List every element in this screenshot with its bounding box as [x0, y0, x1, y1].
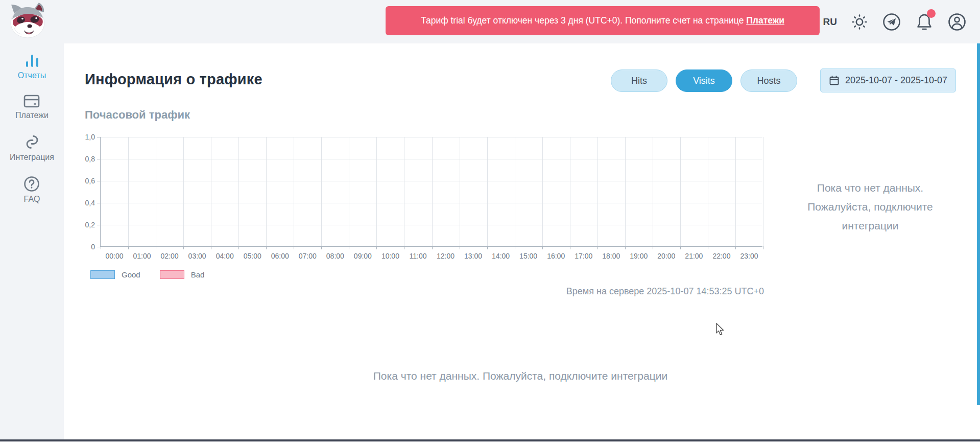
gridline-vertical: [128, 137, 129, 246]
y-axis-tick: [97, 181, 100, 181]
x-axis-label: 13:00: [459, 252, 488, 260]
x-axis-label: 05:00: [238, 252, 267, 260]
vertical-scrollbar[interactable]: [977, 43, 980, 405]
calendar-icon: [829, 75, 840, 86]
x-axis-tick: [735, 246, 736, 249]
gridline-horizontal: [101, 137, 762, 137]
tab-visits[interactable]: Visits: [676, 69, 732, 92]
no-data-side-message: Пока что нет данных.Пожалуйста, подключи…: [775, 178, 965, 235]
hourly-traffic-chart: 1,00,80,60,40,2000:0001:0002:0003:0004:0…: [100, 137, 762, 247]
y-axis-label: 0,6: [73, 177, 95, 185]
gridline-vertical: [266, 137, 267, 246]
x-axis-label: 01:00: [128, 252, 156, 260]
x-axis-label: 11:00: [403, 252, 432, 260]
notification-dot: [927, 9, 936, 18]
theme-sun-icon[interactable]: [851, 13, 868, 31]
y-axis-label: 0: [73, 243, 95, 251]
gridline-vertical: [238, 137, 239, 246]
gridline-vertical: [680, 137, 681, 246]
x-axis-tick: [487, 246, 488, 249]
x-axis-label: 16:00: [542, 252, 570, 260]
gridline-vertical: [349, 137, 349, 246]
x-axis-tick: [460, 246, 460, 249]
x-axis-tick: [321, 246, 322, 249]
tab-hosts[interactable]: Hosts: [740, 69, 797, 92]
mouse-cursor: [716, 323, 725, 338]
legend-swatch: [160, 270, 184, 279]
x-axis-tick: [432, 246, 433, 249]
raccoon-logo[interactable]: [7, 2, 49, 41]
traffic-type-tabs: HitsVisitsHosts: [611, 69, 797, 92]
sidebar-item-payments[interactable]: Платежи: [15, 94, 49, 120]
sidebar-item-label: Интеграция: [10, 153, 54, 162]
gridline-vertical: [321, 137, 322, 246]
sidebar-item-faq[interactable]: FAQ: [23, 176, 40, 204]
x-axis-tick: [763, 246, 763, 249]
legend-swatch: [90, 270, 115, 279]
x-axis-tick: [515, 246, 515, 249]
legend-label: Bad: [191, 270, 205, 279]
bar-chart-icon: [25, 53, 40, 68]
gridline-horizontal: [101, 159, 762, 159]
x-axis-tick: [708, 246, 708, 249]
x-axis-tick: [238, 246, 239, 249]
payments-link[interactable]: Платежи: [746, 15, 784, 26]
user-profile-icon[interactable]: [947, 12, 967, 32]
page-title: Информация о трафике: [85, 71, 262, 88]
server-time: Время на сервере 2025-10-07 14:53:25 UTC…: [100, 286, 764, 297]
y-axis-tick: [97, 137, 100, 137]
sidebar-item-reports[interactable]: Отчеты: [18, 53, 46, 80]
trial-banner: Тариф trial будет отключен через 3 дня (…: [386, 6, 820, 35]
x-axis-label: 06:00: [266, 252, 294, 260]
tab-hits[interactable]: Hits: [611, 69, 667, 92]
x-axis-label: 17:00: [569, 252, 598, 260]
gridline-vertical: [376, 137, 377, 246]
x-axis-label: 10:00: [376, 252, 404, 260]
no-data-side-line: Пожалуйста, подключите: [775, 197, 965, 216]
x-axis-tick: [653, 246, 653, 249]
x-axis-tick: [101, 246, 101, 249]
gridline-vertical: [156, 137, 156, 246]
no-data-bottom-message: Пока что нет данных. Пожалуйста, подключ…: [64, 370, 977, 382]
gridline-vertical: [211, 137, 211, 246]
no-data-side-line: интеграции: [775, 216, 965, 235]
x-axis-tick: [570, 246, 570, 249]
gridline-horizontal: [101, 181, 762, 181]
date-range-picker[interactable]: 2025-10-07 - 2025-10-07: [820, 68, 956, 92]
horizontal-scrollbar-track[interactable]: [0, 439, 980, 441]
y-axis-tick: [97, 247, 100, 247]
sidebar-item-integration[interactable]: Интеграция: [10, 134, 54, 162]
gridline-vertical: [487, 137, 488, 246]
x-axis-label: 22:00: [707, 252, 736, 260]
gridline-vertical: [542, 137, 543, 246]
x-axis-label: 23:00: [735, 252, 763, 260]
gridline-vertical: [183, 137, 184, 246]
link-icon: [24, 134, 40, 150]
y-axis-tick: [97, 225, 100, 225]
header-actions: RU: [823, 0, 967, 43]
gridline-vertical: [294, 137, 294, 246]
x-axis-tick: [294, 246, 294, 249]
bell-icon[interactable]: [915, 12, 934, 32]
x-axis-label: 18:00: [597, 252, 626, 260]
gridline-horizontal: [101, 203, 762, 203]
legend-item-good: Good: [90, 270, 140, 279]
sidebar-item-label: FAQ: [23, 195, 40, 204]
x-axis-label: 20:00: [652, 252, 681, 260]
x-axis-label: 21:00: [680, 252, 708, 260]
x-axis-label: 15:00: [514, 252, 543, 260]
x-axis-tick: [183, 246, 184, 249]
x-axis-tick: [266, 246, 267, 249]
x-axis-label: 04:00: [210, 252, 239, 260]
y-axis-tick: [97, 159, 100, 159]
gridline-vertical: [515, 137, 515, 246]
language-switcher[interactable]: RU: [823, 16, 837, 28]
x-axis-tick: [625, 246, 626, 249]
x-axis-tick: [542, 246, 543, 249]
y-axis-label: 0,4: [73, 199, 95, 207]
x-axis-tick: [680, 246, 681, 249]
x-axis-tick: [404, 246, 404, 249]
telegram-icon[interactable]: [882, 12, 901, 32]
gridline-vertical: [763, 137, 763, 246]
gridline-vertical: [708, 137, 708, 246]
